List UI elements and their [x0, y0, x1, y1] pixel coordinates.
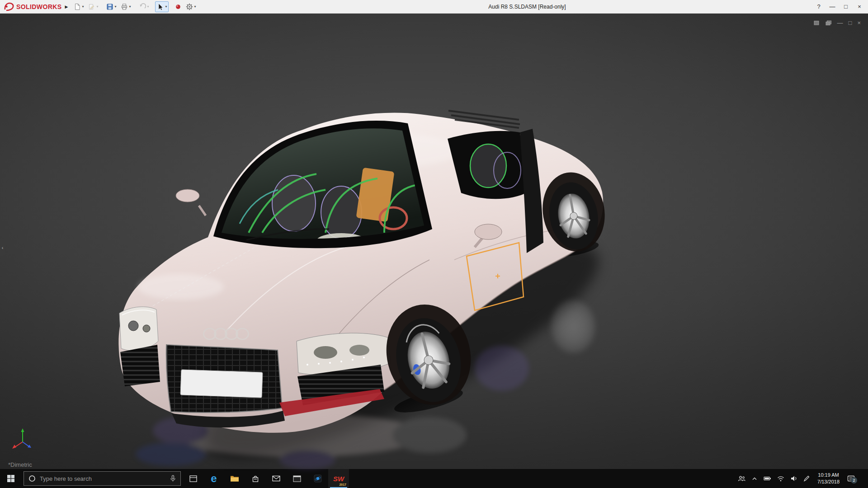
- select-tool-button[interactable]: ▾: [155, 1, 169, 12]
- solidworks-year-label: 2017: [339, 483, 346, 486]
- taskbar-3d-app-button[interactable]: [307, 469, 328, 488]
- gear-icon: [186, 3, 193, 10]
- action-center-button[interactable]: 2: [847, 475, 855, 482]
- edge-icon: e: [211, 473, 217, 484]
- solidworks-logo: SOLIDWORKS: [4, 2, 61, 11]
- task-view-button[interactable]: [183, 469, 203, 488]
- window-icon[interactable]: [814, 20, 820, 26]
- print-icon: [121, 3, 128, 10]
- dropdown-arrow-icon[interactable]: ▾: [96, 5, 98, 9]
- notification-badge: 2: [851, 477, 857, 483]
- solidworks-logo-text: SOLIDWORKS: [16, 3, 61, 10]
- dassault-logo-icon: [4, 2, 14, 11]
- save-button[interactable]: ▾: [104, 1, 118, 12]
- pen-icon: [803, 475, 810, 482]
- dropdown-arrow-icon[interactable]: ▾: [114, 5, 116, 9]
- make-drawing-icon: [88, 3, 95, 10]
- taskbar-file-explorer-button[interactable]: [224, 469, 245, 488]
- save-icon: [106, 3, 113, 10]
- app-window-icon: [293, 475, 301, 482]
- orientation-triad: [11, 427, 33, 451]
- window-cascade-icon[interactable]: [826, 20, 832, 26]
- window-controls: ? — □ ×: [812, 0, 866, 14]
- select-cursor-icon: [157, 3, 164, 10]
- battery-button[interactable]: [764, 476, 771, 481]
- appearance-sphere-icon: [175, 3, 181, 10]
- windows-logo-icon: [7, 475, 14, 482]
- toolbar-flyout-arrow-icon[interactable]: ▶: [61, 5, 71, 9]
- dropdown-arrow-icon[interactable]: ▾: [165, 5, 167, 9]
- system-tray: 10:19 AM 7/13/2018 2: [738, 469, 868, 488]
- taskbar-clock[interactable]: 10:19 AM 7/13/2018: [816, 472, 841, 485]
- document-window-controls: — □ ×: [814, 20, 861, 26]
- windows-ink-button[interactable]: [803, 475, 810, 482]
- speaker-icon: [790, 475, 797, 482]
- doc-close-button[interactable]: ×: [857, 20, 861, 26]
- clock-date: 7/13/2018: [817, 479, 840, 485]
- left-side-mirror[interactable]: [176, 189, 206, 216]
- make-drawing-button[interactable]: ▾: [86, 1, 100, 12]
- graphics-area[interactable]: — □ ×: [0, 14, 868, 469]
- appearance-button[interactable]: [173, 1, 183, 12]
- network-button[interactable]: [777, 476, 784, 482]
- close-button[interactable]: ×: [853, 0, 866, 14]
- car-model[interactable]: [113, 97, 619, 479]
- minimize-button[interactable]: —: [826, 0, 839, 14]
- titlebar: SOLIDWORKS ▶ ▾ ▾ ▾: [0, 0, 868, 14]
- front-grille[interactable]: [166, 345, 282, 413]
- dropdown-arrow-icon[interactable]: ▾: [129, 5, 131, 9]
- quick-access-toolbar: ▾ ▾ ▾ ▾: [72, 1, 198, 12]
- windshield[interactable]: [213, 121, 432, 249]
- mail-icon: [272, 475, 280, 482]
- battery-icon: [764, 476, 771, 481]
- people-icon: [738, 475, 745, 482]
- window-title: Audi R8 S.SLDASM [Read-only]: [488, 0, 566, 14]
- hidden-icons-button[interactable]: [751, 476, 758, 481]
- taskbar-app-window-button[interactable]: [287, 469, 307, 488]
- start-button[interactable]: [0, 469, 22, 488]
- panel-collapse-tab[interactable]: ‹: [0, 239, 5, 256]
- print-button[interactable]: ▾: [119, 1, 132, 12]
- volume-button[interactable]: [790, 475, 797, 482]
- options-button[interactable]: ▾: [184, 1, 198, 12]
- clock-time: 10:19 AM: [817, 472, 840, 479]
- wifi-icon: [777, 476, 784, 482]
- taskbar-store-button[interactable]: [245, 469, 266, 488]
- chevron-left-icon: ‹: [2, 245, 4, 250]
- taskbar-mail-button[interactable]: [266, 469, 287, 488]
- chevron-up-icon: [751, 476, 758, 481]
- undo-button[interactable]: ▾: [137, 1, 151, 12]
- undo-icon: [139, 3, 146, 10]
- taskbar-solidworks-button[interactable]: SW 2017: [328, 469, 349, 488]
- view-orientation-label: *Dimetric: [8, 461, 32, 468]
- cortana-icon: [28, 475, 36, 482]
- dropdown-arrow-icon[interactable]: ▾: [194, 5, 196, 9]
- blue-app-icon: [314, 474, 322, 483]
- new-document-icon: [74, 3, 81, 10]
- left-intake: [120, 345, 160, 386]
- file-explorer-icon: [230, 475, 239, 482]
- task-view-icon: [189, 475, 197, 482]
- maximize-button[interactable]: □: [839, 0, 853, 14]
- license-plate: [180, 370, 263, 398]
- dropdown-arrow-icon[interactable]: ▾: [147, 5, 149, 9]
- new-document-button[interactable]: ▾: [72, 1, 85, 12]
- taskbar-edge-button[interactable]: e: [203, 469, 224, 488]
- store-bag-icon: [252, 475, 259, 483]
- doc-restore-button[interactable]: □: [849, 20, 852, 26]
- doc-minimize-button[interactable]: —: [837, 20, 843, 26]
- left-headlight[interactable]: [119, 307, 158, 351]
- help-button[interactable]: ?: [812, 0, 826, 14]
- people-button[interactable]: [738, 475, 745, 482]
- dropdown-arrow-icon[interactable]: ▾: [82, 5, 84, 9]
- solidworks-app-icon: SW: [333, 475, 344, 483]
